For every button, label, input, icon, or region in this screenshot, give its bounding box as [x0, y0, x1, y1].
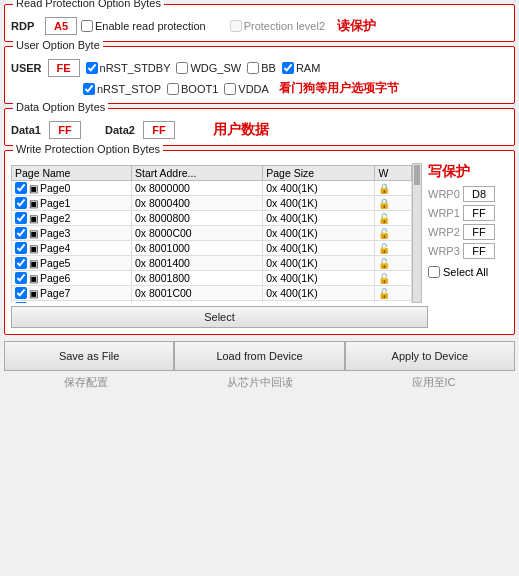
- table-row: ▣ Page6 0x 8001800 0x 400(1K) 🔓: [12, 271, 412, 286]
- page-check-1[interactable]: [15, 197, 27, 209]
- col-w: W: [375, 166, 412, 181]
- user-option-byte-label: User Option Byte: [13, 39, 103, 51]
- rdp-input[interactable]: [45, 17, 77, 35]
- protection-level2-text: Protection level2: [244, 20, 325, 32]
- scroll-thumb[interactable]: [414, 165, 420, 185]
- enable-read-protection-checkbox[interactable]: Enable read protection: [81, 20, 206, 32]
- wrp1-label: WRP1: [428, 207, 460, 219]
- wdg-sw-checkbox[interactable]: WDG_SW: [176, 62, 241, 74]
- apply-to-device-button[interactable]: Apply to Device: [345, 341, 515, 371]
- table-row: ▣ Page4 0x 8001000 0x 400(1K) 🔓: [12, 241, 412, 256]
- col-start-addr: Start Addre...: [132, 166, 263, 181]
- data1-input[interactable]: [49, 121, 81, 139]
- annotations-row: 保存配置 从芯片中回读 应用至IC: [4, 375, 515, 390]
- write-protection-group: Write Protection Option Bytes Page Name …: [4, 150, 515, 335]
- col-page-size: Page Size: [263, 166, 375, 181]
- read-protection-annotation: 读保护: [337, 17, 376, 35]
- apply-annotation: 应用至IC: [412, 375, 456, 390]
- user-option-byte-group: User Option Byte USER nRST_STDBY WDG_SW …: [4, 46, 515, 104]
- main-container: Read Protection Option Bytes RDP Enable …: [0, 0, 519, 394]
- protection-level2-checkbox[interactable]: Protection level2: [230, 20, 325, 32]
- table-row: ▣ Page3 0x 8000C00 0x 400(1K) 🔓: [12, 226, 412, 241]
- bottom-buttons: Save as File Load from Device Apply to D…: [4, 341, 515, 371]
- enable-read-protection-check[interactable]: [81, 20, 93, 32]
- enable-read-protection-text: Enable read protection: [95, 20, 206, 32]
- wrp0-label: WRP0: [428, 188, 460, 200]
- read-protection-group: Read Protection Option Bytes RDP Enable …: [4, 4, 515, 42]
- vdda-checkbox[interactable]: VDDA: [224, 83, 269, 95]
- wrp2-input[interactable]: [463, 224, 495, 240]
- table-row: ▣ Page2 0x 8000800 0x 400(1K) 🔓: [12, 211, 412, 226]
- data-option-annotation: 用户数据: [213, 121, 269, 139]
- wrp3-label: WRP3: [428, 245, 460, 257]
- save-annotation: 保存配置: [64, 375, 108, 390]
- rdp-label: RDP: [11, 20, 41, 32]
- read-protection-label: Read Protection Option Bytes: [13, 0, 164, 9]
- write-protection-label: Write Protection Option Bytes: [13, 143, 163, 155]
- page-check-3[interactable]: [15, 227, 27, 239]
- nrst-stdby-checkbox[interactable]: nRST_STDBY: [86, 62, 171, 74]
- page-check-8[interactable]: [15, 302, 27, 303]
- wrp1-row: WRP1: [428, 205, 508, 221]
- data2-input[interactable]: [143, 121, 175, 139]
- wrp0-input[interactable]: [463, 186, 495, 202]
- user-input[interactable]: [48, 59, 80, 77]
- user-option-annotation: 看门狗等用户选项字节: [279, 80, 399, 97]
- boot1-checkbox[interactable]: BOOT1: [167, 83, 218, 95]
- data-option-bytes-label: Data Option Bytes: [13, 101, 108, 113]
- protection-level2-check[interactable]: [230, 20, 242, 32]
- page-check-2[interactable]: [15, 212, 27, 224]
- table-row: ▣ Page5 0x 8001400 0x 400(1K) 🔓: [12, 256, 412, 271]
- table-row: ▣ Page8 0x 8002000 0x 400(1K) 🔓: [12, 301, 412, 304]
- page-check-6[interactable]: [15, 272, 27, 284]
- table-row: ▣ Page0 0x 8000000 0x 400(1K) 🔒: [12, 181, 412, 196]
- page-check-7[interactable]: [15, 287, 27, 299]
- bb-checkbox[interactable]: BB: [247, 62, 276, 74]
- page-check-0[interactable]: [15, 182, 27, 194]
- save-as-file-button[interactable]: Save as File: [4, 341, 174, 371]
- page-check-5[interactable]: [15, 257, 27, 269]
- user-label: USER: [11, 62, 42, 74]
- wrp0-row: WRP0: [428, 186, 508, 202]
- wrp2-label: WRP2: [428, 226, 460, 238]
- select-all-label: Select All: [443, 266, 488, 278]
- page-check-4[interactable]: [15, 242, 27, 254]
- select-all-check[interactable]: [428, 266, 440, 278]
- wrp3-input[interactable]: [463, 243, 495, 259]
- write-protection-annotation: 写保护: [428, 163, 508, 181]
- write-protection-table: Page Name Start Addre... Page Size W ▣: [11, 165, 412, 303]
- select-all-row: Select All: [428, 266, 508, 278]
- table-row: ▣ Page1 0x 8000400 0x 400(1K) 🔒: [12, 196, 412, 211]
- load-from-device-button[interactable]: Load from Device: [174, 341, 344, 371]
- col-page-name: Page Name: [12, 166, 132, 181]
- wrp3-row: WRP3: [428, 243, 508, 259]
- wrp1-input[interactable]: [463, 205, 495, 221]
- nrst-stop-checkbox[interactable]: nRST_STOP: [83, 83, 161, 95]
- scrollbar[interactable]: [412, 163, 422, 303]
- data2-label: Data2: [105, 124, 135, 136]
- data1-label: Data1: [11, 124, 41, 136]
- data-option-bytes-group: Data Option Bytes Data1 Data2 用户数据: [4, 108, 515, 146]
- wrp2-row: WRP2: [428, 224, 508, 240]
- wrp-inputs: 写保护 WRP0 WRP1 WRP2 WRP3: [428, 163, 508, 278]
- load-annotation: 从芯片中回读: [227, 375, 293, 390]
- table-row: ▣ Page7 0x 8001C00 0x 400(1K) 🔓: [12, 286, 412, 301]
- select-button[interactable]: Select: [11, 306, 428, 328]
- ram-checkbox[interactable]: RAM: [282, 62, 320, 74]
